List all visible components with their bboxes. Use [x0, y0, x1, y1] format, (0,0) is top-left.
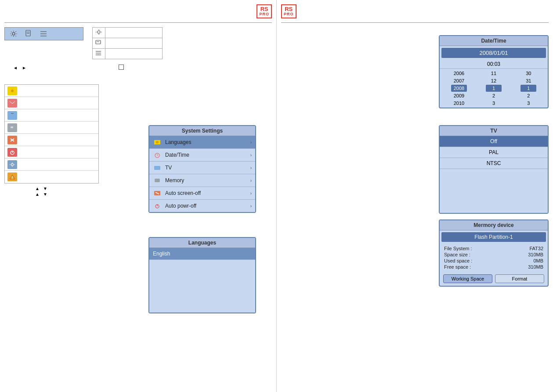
menu-item-settings2[interactable]: [5, 158, 98, 171]
menu-item-warn[interactable]: [5, 171, 98, 183]
sys-item-icon-screen-off: [153, 189, 162, 197]
mem-row-space: Space size : 310MB: [444, 252, 543, 258]
sys-item-icon-power-off: [153, 202, 162, 210]
format-button[interactable]: Format: [495, 274, 544, 283]
menu-item-tv[interactable]: [5, 109, 98, 122]
mem-free-label: Free space :: [444, 264, 471, 270]
mem-free-value: 310MB: [528, 264, 543, 270]
checkbox-sq-1[interactable]: [119, 65, 124, 70]
top-divider-left: [4, 22, 272, 23]
menu-nav-up2[interactable]: ▲: [35, 192, 40, 197]
month-2[interactable]: 2: [486, 92, 502, 99]
sys-item-languages[interactable]: Languages ›: [149, 136, 255, 149]
tv-icon: [7, 111, 17, 120]
nav-left-arrow[interactable]: ◄: [13, 65, 18, 70]
tv-item-pal[interactable]: PAL: [440, 147, 548, 158]
sys-item-datetime[interactable]: Date/Time ›: [149, 149, 255, 162]
month-1[interactable]: 1: [486, 85, 502, 92]
checkbox-1[interactable]: [119, 65, 124, 71]
memory-partition[interactable]: Flash Partition-1: [441, 232, 546, 242]
tab-gear-icon[interactable]: [8, 29, 19, 38]
month-12[interactable]: 12: [486, 77, 502, 84]
power-icon: [7, 148, 17, 157]
day-2[interactable]: 2: [520, 92, 536, 99]
tv-item-off[interactable]: Off: [440, 136, 548, 147]
svg-line-17: [11, 113, 12, 114]
year-2008[interactable]: 2008: [451, 85, 467, 92]
table-row: [93, 49, 163, 59]
sys-item-arrow-tv: ›: [250, 165, 252, 170]
sys-item-arrow-memory: ›: [250, 178, 252, 183]
settings-icon-cell-2: [93, 38, 105, 49]
left-panel: RS PRO: [0, 0, 277, 392]
sys-item-icon-datetime: [153, 151, 162, 159]
year-2007[interactable]: 2007: [451, 77, 467, 84]
menu-item-x[interactable]: [5, 134, 98, 146]
svg-rect-36: [154, 166, 160, 170]
sys-item-screen-off[interactable]: Auto screen-off ›: [149, 187, 255, 200]
month-3[interactable]: 3: [486, 100, 502, 107]
memory-title: Mermory device: [440, 220, 548, 230]
settings-label-3: [105, 49, 163, 59]
lang-panel-title: Languages: [149, 238, 255, 248]
sys-item-label-screen-off: Auto screen-off: [165, 190, 250, 196]
memory-info: File System : FAT32 Space size : 310MB U…: [440, 244, 548, 272]
svg-point-32: [156, 141, 159, 144]
datetime-date-display[interactable]: 2008/01/01: [441, 48, 546, 58]
date-picker: 2006 2007 2008 2009 2010 11 12 1 2 3 30 …: [440, 69, 548, 108]
sys-item-arrow-languages: ›: [250, 140, 252, 145]
tv-item-ntsc[interactable]: NTSC: [440, 158, 548, 169]
memory-widget: Mermory device Flash Partition-1 File Sy…: [439, 219, 549, 287]
sys-item-label-memory: Memory: [165, 177, 250, 183]
tab-list-icon[interactable]: [38, 29, 49, 38]
svg-rect-8: [96, 40, 101, 44]
menu-nav-down2[interactable]: ▼: [43, 192, 47, 197]
sys-item-memory[interactable]: Memory ›: [149, 174, 255, 187]
sys-item-icon-languages: [153, 138, 162, 146]
day-30[interactable]: 30: [520, 70, 536, 77]
lang-item-english[interactable]: English: [149, 248, 255, 260]
mem-row-filesystem: File System : FAT32: [444, 245, 543, 252]
svg-rect-16: [9, 114, 15, 118]
menu-item-file[interactable]: [5, 122, 98, 134]
sys-item-label-datetime: Date/Time: [165, 152, 250, 158]
datetime-time-display: 00:03: [440, 60, 548, 69]
right-panel: RS PRO manualshmive.com ▲ ▼ □ ◄ ► ▲ ▼ □ …: [277, 0, 553, 392]
day-1[interactable]: 1: [520, 85, 536, 92]
month-column: 11 12 1 2 3: [485, 70, 502, 107]
sys-item-tv[interactable]: TV ›: [149, 162, 255, 174]
mem-row-free: Free space : 310MB: [444, 264, 543, 270]
settings-label-2: [105, 38, 163, 49]
working-space-button[interactable]: Working Space: [443, 274, 492, 283]
year-2009[interactable]: 2009: [451, 92, 467, 99]
menu-item-photo[interactable]: [5, 85, 98, 97]
tab-bar[interactable]: [4, 27, 83, 40]
mail-icon: [7, 99, 17, 108]
year-2006[interactable]: 2006: [451, 70, 467, 77]
tv-empty-area: [440, 169, 548, 213]
menu-item-power[interactable]: [5, 146, 98, 158]
x-icon: [7, 136, 17, 144]
nav-right-arrow[interactable]: ►: [22, 65, 26, 70]
tab-doc-icon[interactable]: [23, 29, 34, 38]
day-3[interactable]: 3: [520, 100, 536, 107]
month-11[interactable]: 11: [486, 70, 502, 77]
file-icon: [7, 123, 17, 132]
day-31[interactable]: 31: [520, 77, 536, 84]
settings-icon-cell-1: [93, 28, 105, 38]
sys-item-label-tv: TV: [165, 165, 250, 171]
svg-point-30: [12, 178, 13, 179]
mem-fs-label: File System :: [444, 246, 472, 251]
year-2010[interactable]: 2010: [451, 100, 467, 107]
datetime-title: Date/Time: [440, 36, 548, 46]
sys-item-power-off[interactable]: Auto powr-off ›: [149, 200, 255, 212]
sys-settings-title: System Settings: [149, 126, 255, 136]
menu-nav-up[interactable]: ▲: [35, 186, 40, 191]
sys-item-label-languages: Languages: [165, 139, 250, 145]
sys-item-arrow-datetime: ›: [250, 153, 252, 158]
menu-nav-down[interactable]: ▼: [43, 186, 47, 191]
mem-space-label: Space size :: [444, 252, 470, 257]
mem-used-label: Used space :: [444, 258, 472, 263]
settings2-icon: [7, 160, 17, 169]
menu-item-mail[interactable]: [5, 97, 98, 109]
